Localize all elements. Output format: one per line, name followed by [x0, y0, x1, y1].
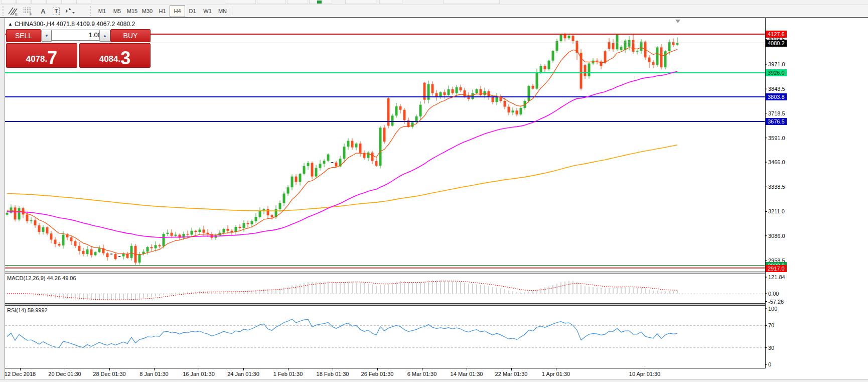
time-axis-label: 14 Mar 01:30 — [451, 371, 483, 377]
rsi-axis-tick: 100 — [768, 306, 777, 312]
rsi-axis-tick: 0 — [768, 361, 771, 367]
price-axis-tick: 3591.0 — [768, 135, 785, 141]
pitchfork-e-tool-icon[interactable]: E — [6, 5, 20, 17]
upper-toolbar-button-remnant — [1, 0, 16, 4]
timeframe-button-m15[interactable]: M15 — [124, 5, 140, 17]
upper-toolbar-button-remnant — [444, 0, 500, 4]
upper-toolbar-button-remnant — [46, 0, 61, 4]
time-axis-label: 1 Feb 01:30 — [273, 371, 303, 377]
time-axis-label: 8 Jan 01:30 — [139, 371, 169, 377]
time-axis-label: 18 Feb 01:30 — [317, 371, 349, 377]
price-axis-tick: 3718.5 — [768, 110, 785, 116]
price-level-badge: 4127.6 — [766, 31, 787, 38]
upper-toolbar-remnant — [0, 0, 868, 5]
time-axis-label: 22 Mar 01:30 — [495, 371, 528, 377]
time-axis-label: 6 Mar 01:30 — [407, 371, 437, 377]
time-axis-label: 26 Feb 01:30 — [361, 371, 394, 377]
timeframe-button-mn[interactable]: MN — [215, 5, 230, 17]
upper-toolbar-button-remnant — [61, 0, 76, 4]
timeframe-button-h1[interactable]: H1 — [155, 5, 170, 17]
status-bar-edge — [0, 379, 868, 382]
chart-title: ▲CHINA300-,H4 4071.8 4109.9 4067.2 4080.… — [8, 21, 135, 28]
connection-status-remnant — [317, 1, 322, 4]
sell-price-main: 4078. — [26, 54, 48, 64]
time-axis-label: 20 Dec 01:30 — [48, 371, 81, 377]
price-level-badge: 2917.0 — [766, 265, 787, 272]
price-axis-tick: 3338.5 — [768, 184, 785, 190]
price-axis-tick: 3086.0 — [768, 233, 785, 239]
cursor-tools-dropdown-icon[interactable] — [62, 5, 76, 17]
toolbar-grip[interactable] — [89, 6, 91, 16]
one-click-trading-panel: SELL ▼ 1.00 ▲ BUY 4078.7 4084.3 — [6, 29, 150, 83]
chart-toolbar: EFAT M1M5M15M30H1H4D1W1MN — [0, 5, 868, 18]
collapse-trade-panel-icon[interactable]: ▲ — [8, 22, 13, 27]
svg-text:F: F — [30, 13, 32, 16]
upper-toolbar-button-remnant — [16, 0, 31, 4]
macd-axis-tick: 121.84 — [768, 274, 785, 280]
timeframe-button-w1[interactable]: W1 — [200, 5, 215, 17]
window-left-edge — [0, 18, 5, 379]
timeframe-button-m5[interactable]: M5 — [109, 5, 125, 17]
text-tool-icon[interactable]: T — [49, 5, 63, 17]
price-axis-tick: 3843.5 — [768, 86, 785, 92]
timeframe-button-d1[interactable]: D1 — [185, 5, 200, 17]
mt4-window: EFAT M1M5M15M30H1H4D1W1MN ▲CHINA300-,H4 … — [0, 0, 868, 382]
toolbar-separator — [232, 6, 232, 16]
upper-toolbar-button-remnant — [31, 0, 46, 4]
price-axis-tick: 3211.0 — [768, 208, 785, 214]
svg-text:E: E — [15, 13, 18, 16]
price-level-badge: 3676.5 — [766, 118, 787, 125]
time-axis-label: 24 Jan 01:30 — [227, 371, 259, 377]
time-axis-label: 28 Dec 01:30 — [93, 371, 125, 377]
buy-price-box[interactable]: 4084.3 — [79, 43, 151, 68]
buy-price-main: 4084. — [99, 54, 121, 64]
upper-toolbar-button-remnant — [379, 0, 402, 4]
toolbar-grip[interactable] — [2, 6, 4, 16]
text-label-tool-icon[interactable]: A — [36, 5, 50, 17]
sell-price-big-digit: 7 — [47, 51, 57, 66]
chart-window[interactable]: ▲CHINA300-,H4 4071.8 4109.9 4067.2 4080.… — [0, 18, 868, 379]
macd-indicator-label: MACD(12,26,9) 44.26 49.06 — [7, 275, 76, 281]
macd-axis-tick: 0.00 — [768, 291, 779, 297]
price-level-badge: 4080.2 — [766, 40, 787, 47]
sell-button[interactable]: SELL — [6, 29, 41, 42]
ohlc-values: 4071.8 4109.9 4067.2 4080.2 — [56, 21, 135, 28]
timeframe-button-m1[interactable]: M1 — [94, 5, 110, 17]
time-axis-label: 12 Dec 2018 — [5, 371, 36, 377]
upper-toolbar-button-remnant — [76, 0, 91, 4]
volume-input[interactable]: 1.00 — [51, 30, 104, 41]
timeframe-button-h4[interactable]: H4 — [170, 5, 185, 17]
upper-toolbar-button-remnant — [345, 0, 376, 4]
upper-toolbar-button-remnant — [225, 0, 256, 4]
rsi-indicator-label: RSI(14) 59.9992 — [7, 307, 48, 313]
sell-price-box[interactable]: 4078.7 — [6, 43, 77, 68]
timeframe-button-m30[interactable]: M30 — [139, 5, 155, 17]
symbol-period-label: CHINA300-,H4 — [15, 21, 55, 28]
chart-shift-marker — [675, 20, 680, 23]
time-axis-label: 10 Apr 01:30 — [629, 371, 660, 377]
price-axis-tick: 3466.0 — [768, 159, 785, 165]
buy-button[interactable]: BUY — [110, 29, 151, 42]
volume-up-button[interactable]: ▲ — [99, 30, 110, 42]
macd-axis-tick: -57.26 — [768, 299, 784, 305]
time-axis-label: 16 Jan 01:30 — [183, 371, 215, 377]
time-axis-label: 1 Apr 01:30 — [542, 371, 570, 377]
volume-down-button[interactable]: ▼ — [41, 30, 52, 42]
rsi-axis-tick: 30 — [768, 345, 774, 351]
buy-price-big-digit: 3 — [120, 51, 130, 66]
rsi-axis-tick: 70 — [768, 322, 774, 328]
price-level-badge: 3803.8 — [766, 93, 787, 100]
upper-toolbar-button-remnant — [257, 0, 286, 4]
upper-toolbar-button-remnant — [287, 0, 308, 4]
price-axis-tick: 3971.0 — [768, 61, 785, 67]
fibonacci-grid-tool-icon[interactable]: F — [21, 5, 35, 17]
price-level-badge: 3926.0 — [766, 69, 787, 76]
